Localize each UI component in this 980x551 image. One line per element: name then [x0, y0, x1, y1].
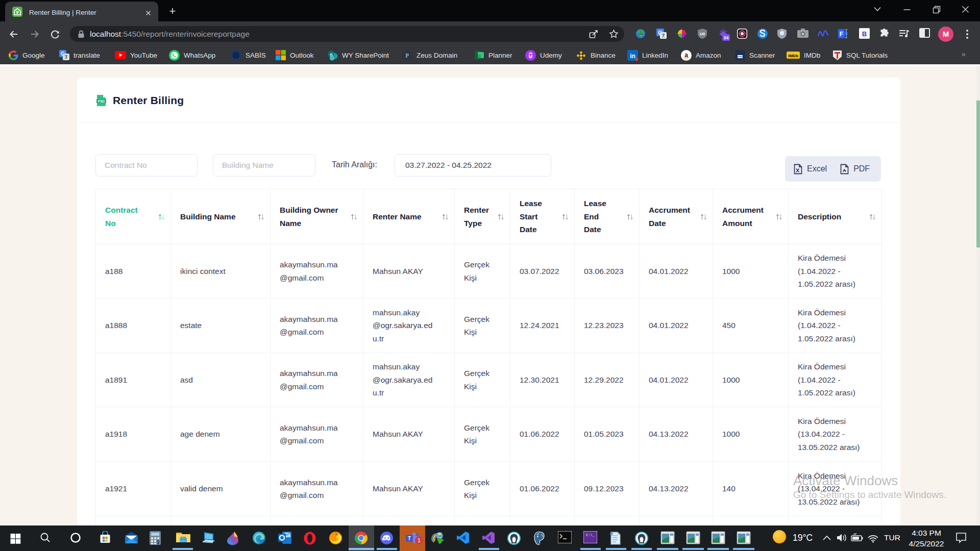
svg-text:U0: U0	[700, 32, 705, 36]
svg-text:34: 34	[723, 35, 728, 40]
svg-text:IMDb: IMDb	[788, 54, 798, 58]
svg-text:C:\_: C:\_	[586, 533, 595, 537]
svg-text:T: T	[408, 536, 411, 541]
svg-text:in: in	[630, 52, 635, 59]
svg-text:P: P	[405, 52, 409, 59]
svg-text:PSD: PSD	[98, 99, 105, 103]
svg-text:B: B	[862, 30, 867, 38]
svg-text:S: S	[330, 52, 333, 57]
svg-text:a: a	[684, 51, 688, 58]
svg-text:F: F	[840, 31, 843, 38]
